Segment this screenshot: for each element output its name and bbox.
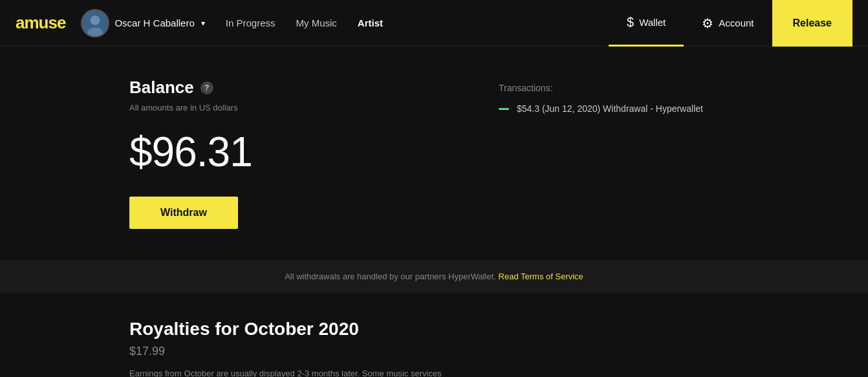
transactions-title: Transactions: [499, 83, 816, 93]
royalties-note: Earnings from October are usually displa… [129, 369, 816, 377]
wallet-icon: $ [627, 15, 634, 30]
nav-link-in-progress[interactable]: In Progress [226, 17, 276, 28]
withdrawal-notice-text: All withdrawals are handled by our partn… [285, 272, 496, 281]
transactions-section: Transactions: $54.3 (Jun 12, 2020) Withd… [499, 78, 816, 229]
royalties-title: Royalties for October 2020 [129, 319, 816, 339]
transaction-text: $54.3 (Jun 12, 2020) Withdrawal - Hyperw… [517, 103, 703, 114]
transaction-dash-icon [499, 108, 509, 110]
balance-section: Balance ? All amounts are in US dollars … [129, 78, 447, 229]
chevron-down-icon: ▾ [201, 19, 205, 28]
balance-amount: $96.31 [129, 128, 447, 176]
svg-point-2 [88, 27, 103, 38]
user-menu[interactable]: Oscar H Caballero ▾ [81, 9, 204, 38]
gear-icon: ⚙ [702, 16, 713, 31]
royalties-amount: $17.99 [129, 345, 816, 358]
logo: amuse [16, 13, 65, 33]
wallet-nav-item[interactable]: $ Wallet [609, 0, 684, 47]
nav-links: In Progress My Music Artist [226, 17, 609, 28]
balance-subtitle: All amounts are in US dollars [129, 103, 447, 113]
release-button[interactable]: Release [772, 0, 853, 47]
account-label: Account [719, 17, 754, 28]
withdrawal-notice: All withdrawals are handled by our partn… [0, 260, 868, 293]
help-icon[interactable]: ? [201, 81, 213, 94]
transaction-item: $54.3 (Jun 12, 2020) Withdrawal - Hyperw… [499, 103, 816, 114]
navbar: amuse Oscar H Caballero ▾ In Progress My… [0, 0, 868, 47]
nav-link-artist[interactable]: Artist [358, 17, 383, 28]
balance-title: Balance [129, 78, 194, 98]
royalties-section: Royalties for October 2020 $17.99 Earnin… [0, 293, 868, 377]
logo-text: amuse [16, 13, 65, 33]
main-content: Balance ? All amounts are in US dollars … [0, 47, 868, 260]
nav-link-my-music[interactable]: My Music [296, 17, 336, 28]
withdraw-button[interactable]: Withdraw [129, 197, 238, 229]
svg-point-1 [91, 16, 100, 25]
account-nav-item[interactable]: ⚙ Account [684, 0, 772, 47]
balance-title-row: Balance ? [129, 78, 447, 98]
avatar [81, 9, 109, 38]
terms-of-service-link[interactable]: Read Terms of Service [499, 272, 583, 281]
username: Oscar H Caballero [114, 17, 194, 28]
nav-right: $ Wallet ⚙ Account Release [609, 0, 852, 47]
wallet-label: Wallet [639, 17, 666, 28]
